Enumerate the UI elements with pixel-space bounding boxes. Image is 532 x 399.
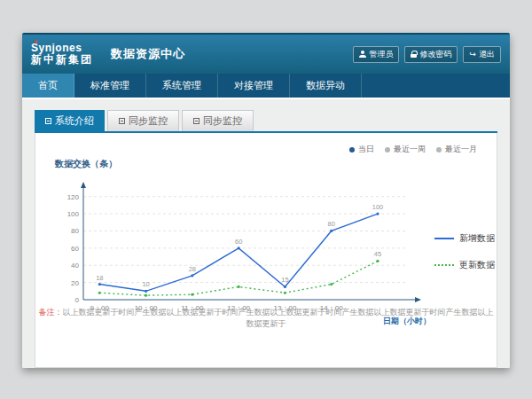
series-legend-new-data[interactable]: 新增数据 [434,232,510,245]
nav-item-standard-mgmt[interactable]: 标准管理 [74,74,146,98]
svg-text:80: 80 [328,220,335,228]
range-legend-today[interactable]: 当日 [349,144,374,155]
dot-icon [385,147,390,153]
range-legend-week-label: 最近一周 [394,144,426,155]
dot-icon [436,147,442,153]
tab-system-intro-label: 系统介绍 [55,114,94,128]
svg-text:80: 80 [71,227,79,235]
range-legend-today-label: 当日 [358,144,374,155]
tab-system-intro[interactable]: 系统介绍 [35,110,105,131]
svg-text:45: 45 [374,250,381,258]
range-legend: 当日 最近一周 最近一月 [349,144,477,155]
tab-sync-monitor-1-label: 同步监控 [129,114,168,128]
admin-user-label: 管理员 [369,49,393,60]
nav-item-home[interactable]: 首页 [22,74,74,98]
svg-text:100: 100 [67,210,80,218]
main-nav: 首页 标准管理 系统管理 对接管理 数据异动 [22,74,510,98]
chart-panel: 当日 最近一周 最近一月 数据交换（条） 0204060801001209：00… [35,133,497,368]
series-legend-update-data[interactable]: 更新数据 [434,259,510,271]
footnote: 备注：以上数据更新于时间产生数据以上数据更新于时间产生数据以上数据更新于时间产生… [35,307,497,330]
change-password-button[interactable]: 修改密码 [404,46,458,63]
tab-sync-monitor-2-label: 同步监控 [203,114,242,128]
page-title: 数据资源中心 [111,46,185,62]
app-header: ✦ Synjones 新中新集团 数据资源中心 管理员 修改密码 ↪ 退出 [22,33,510,74]
nav-item-system-mgmt[interactable]: 系统管理 [146,74,218,98]
brand-logo: ✦ Synjones 新中新集团 [31,43,93,66]
series-legend-new-data-label: 新增数据 [459,232,495,245]
svg-text:120: 120 [67,193,80,201]
tab-bar: 系统介绍 同步监控 同步监控 [35,110,497,133]
logout-icon: ↪ [469,51,476,58]
company-name: 新中新集团 [31,54,93,66]
svg-text:18: 18 [96,274,103,282]
series-legend-update-data-label: 更新数据 [459,259,495,271]
lock-icon [411,51,417,58]
tab-sync-monitor-2[interactable]: 同步监控 [182,110,254,131]
star-icon: ✦ [33,39,39,47]
range-legend-month[interactable]: 最近一月 [436,144,477,155]
nav-item-data-change[interactable]: 数据异动 [290,74,362,98]
series-legend: 新增数据 更新数据 [434,232,510,271]
range-legend-month-label: 最近一月 [445,144,477,155]
green-dotted-line-icon [434,264,454,266]
svg-text:60: 60 [235,238,242,246]
grid-icon [119,118,125,124]
grid-icon [45,118,51,124]
tab-sync-monitor-1[interactable]: 同步监控 [107,110,179,131]
svg-text:10: 10 [142,280,149,288]
dot-icon [349,147,355,153]
y-axis-label: 数据交换（条） [55,158,117,170]
footnote-body: 以上数据更新于时间产生数据以上数据更新于时间产生数据以上数据更新于时间产生数据以… [63,308,494,328]
logout-label: 退出 [479,49,495,60]
header-actions: 管理员 修改密码 ↪ 退出 [353,46,501,63]
user-icon [359,51,366,58]
app-window: ✦ Synjones 新中新集团 数据资源中心 管理员 修改密码 ↪ 退出 首页… [22,33,510,368]
svg-text:0: 0 [75,296,80,304]
footnote-prefix: 备注： [39,308,63,317]
svg-text:100: 100 [372,203,384,211]
content-area: 系统介绍 同步监控 同步监控 当日 最近一周 [22,99,510,368]
svg-text:40: 40 [71,262,79,270]
admin-user-button[interactable]: 管理员 [353,46,399,63]
grid-icon [193,118,200,124]
svg-text:20: 20 [71,279,79,287]
blue-line-icon [434,238,454,239]
svg-text:28: 28 [189,265,196,273]
svg-text:60: 60 [71,245,79,253]
nav-item-interface-mgmt[interactable]: 对接管理 [218,74,290,98]
range-legend-week[interactable]: 最近一周 [385,144,426,155]
svg-text:15: 15 [281,276,288,284]
change-password-label: 修改密码 [419,49,451,60]
logout-button[interactable]: ↪ 退出 [463,46,501,63]
